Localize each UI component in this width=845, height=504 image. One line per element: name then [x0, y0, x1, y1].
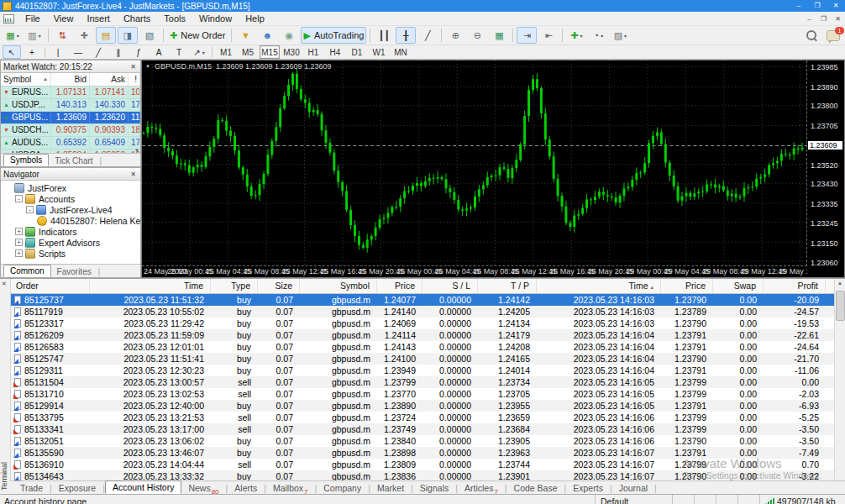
close-button[interactable]: ✕ [827, 0, 845, 12]
history-row[interactable]: 851262092023.05.23 11:59:09buy0.07gbpusd… [11, 329, 835, 341]
table-scrollbar[interactable]: ▲ ▼ [834, 279, 845, 494]
menu-tools[interactable]: Tools [157, 13, 192, 24]
navigator-item-scripts[interactable]: +Scripts [1, 248, 140, 259]
history-col-7[interactable]: T / P [478, 279, 537, 293]
market-watch-titlebar[interactable]: Market Watch: 20:15:22 ✕ [1, 60, 140, 73]
market-watch-row[interactable]: ▼EURUS...1.071311.0714110 [1, 87, 140, 99]
candlestick-button[interactable]: ╂ [396, 27, 416, 44]
navigator-tab-common[interactable]: Common [3, 265, 51, 277]
terminal-tab-exposure[interactable]: Exposure [52, 482, 102, 494]
expander-icon[interactable]: + [15, 239, 23, 246]
history-row[interactable]: 851293112023.05.23 12:30:23buy0.07gbpusd… [11, 365, 835, 376]
history-col-6[interactable]: S / L [422, 279, 478, 293]
market-watch-button[interactable]: ⇅ [52, 27, 72, 44]
chat-button[interactable]: ☻ [257, 27, 277, 44]
market-watch-row[interactable]: ▲AUDUS...0.653920.6540917 [1, 137, 140, 150]
history-row[interactable]: 851355902023.05.23 13:46:07buy0.07gbpusd… [11, 447, 835, 459]
close-icon[interactable]: ✕ [2, 281, 7, 287]
indicators-dialog-button[interactable]: ▼ [235, 27, 255, 44]
menu-insert[interactable]: Insert [80, 13, 117, 24]
horizontal-line-button[interactable]: — [69, 45, 87, 59]
terminal-tab-experts[interactable]: Experts [566, 482, 610, 494]
history-row[interactable]: 851233172023.05.23 11:29:42buy0.07gbpusd… [11, 318, 835, 329]
terminal-tab-code-base[interactable]: Code Base [507, 482, 564, 494]
line-chart-button[interactable]: ╱ [417, 27, 438, 44]
text-label-button[interactable]: T [170, 45, 188, 59]
terminal-button[interactable]: ◨ [118, 27, 138, 44]
history-row[interactable]: 851257472023.05.23 11:51:41buy0.07gbpusd… [11, 353, 835, 365]
tile-windows-button[interactable]: ▦ [489, 27, 509, 44]
navigator-item-indicators[interactable]: +Indicators [1, 226, 140, 237]
expander-icon[interactable]: + [15, 228, 23, 235]
profiles-button[interactable]: ▥▾ [24, 27, 45, 44]
history-row[interactable]: 851333412023.05.23 13:17:00sell0.07gbpus… [11, 423, 835, 435]
new-chart-button[interactable]: ▦▾ [3, 27, 23, 44]
chart-minimize-button[interactable]: – [802, 15, 816, 23]
template-button[interactable]: ▨▾ [610, 27, 630, 44]
market-watch-row[interactable]: ▲USDJP...140.313140.33017 [1, 99, 140, 112]
terminal-tab-news[interactable]: News80 [181, 482, 225, 494]
history-row[interactable]: 851265832023.05.23 12:01:01buy0.07gbpusd… [11, 341, 835, 353]
history-col-8[interactable]: Time▴ [537, 279, 661, 293]
history-row[interactable]: 851179192023.05.23 10:55:02buy0.07gbpusd… [11, 306, 835, 318]
minimize-button[interactable]: – [790, 0, 808, 12]
market-watch-row[interactable]: ▼USDCA...1.358341.3585319 [1, 150, 140, 153]
chart-close-button[interactable]: ✕ [831, 15, 845, 23]
bar-chart-button[interactable]: ┃┃ [374, 27, 394, 44]
navigator-button[interactable]: ▤ [96, 27, 116, 44]
terminal-tab-trade[interactable]: Trade [13, 482, 50, 494]
timeframe-w1[interactable]: W1 [369, 45, 389, 59]
terminal-tab-company[interactable]: Company [317, 482, 368, 494]
market-watch-col-3[interactable]: ! [129, 73, 140, 86]
cursor-button[interactable]: ↖ [3, 45, 21, 59]
history-col-5[interactable]: Price [377, 279, 422, 293]
chart-restore-button[interactable]: ❐ [816, 15, 831, 23]
menu-charts[interactable]: Charts [117, 13, 157, 24]
history-row[interactable]: 851257372023.05.23 11:51:32buy0.07gbpusd… [11, 294, 835, 306]
terminal-tab-mailbox[interactable]: Mailbox7 [266, 482, 315, 494]
menu-help[interactable]: Help [239, 13, 271, 24]
timeframe-m15[interactable]: M15 [260, 45, 280, 59]
timeframe-m1[interactable]: M1 [216, 45, 236, 59]
timeframe-m5[interactable]: M5 [238, 45, 258, 59]
timeframe-m30[interactable]: M30 [281, 45, 302, 59]
navigator-item-expert-advisors[interactable]: +Expert Advisors [1, 237, 140, 248]
market-watch-tab-symbols[interactable]: Symbols [3, 154, 49, 166]
history-row[interactable]: 851369102023.05.23 14:04:44sell0.07gbpus… [11, 459, 835, 470]
market-watch-row[interactable]: ▲GBPUS...1.236091.2362011 [1, 112, 140, 124]
zoom-in-button[interactable]: ⊕ [445, 27, 465, 44]
market-watch-tab-tick-chart[interactable]: Tick Chart [49, 155, 98, 166]
community-button[interactable]: ◉ [279, 27, 299, 44]
restore-button[interactable]: ❐ [808, 0, 827, 12]
history-col-11[interactable]: Profit [764, 279, 826, 293]
trendline-button[interactable]: ╱ [89, 45, 108, 59]
navigator-item-justforex-live4[interactable]: -JustForex-Live4 [1, 204, 140, 215]
timeframe-h1[interactable]: H1 [303, 45, 323, 59]
zoom-out-button[interactable]: ⊖ [467, 27, 487, 44]
history-col-1[interactable]: Time [90, 279, 211, 293]
history-row[interactable]: 851315042023.05.23 13:00:57sell0.07gbpus… [11, 376, 835, 388]
history-col-10[interactable]: Swap [713, 279, 764, 293]
timeframe-mn[interactable]: MN [391, 45, 411, 59]
market-watch-row[interactable]: ▼USDCH...0.903750.9039318 [1, 124, 140, 137]
navigator-item-accounts[interactable]: -Accounts [1, 193, 140, 204]
status-profile[interactable]: Default [595, 495, 672, 504]
text-button[interactable]: A [150, 45, 168, 59]
navigator-item-440152807-helena-kesum[interactable]: 440152807: Helena Kesum [1, 215, 140, 226]
terminal-tab-account-history[interactable]: Account History [105, 480, 182, 494]
history-col-4[interactable]: Symbol [300, 279, 377, 293]
history-col-0[interactable]: Order [11, 279, 90, 293]
add-indicator-button[interactable]: ✚▾ [566, 27, 586, 44]
menu-file[interactable]: File [18, 13, 47, 24]
market-watch-col-2[interactable]: Ask [90, 73, 129, 86]
candlestick-plot[interactable] [142, 60, 807, 266]
expander-icon[interactable]: - [15, 195, 23, 202]
navigator-titlebar[interactable]: Navigator ✕ [1, 168, 140, 181]
terminal-tab-signals[interactable]: Signals [413, 482, 455, 494]
history-row[interactable]: 851317102023.05.23 13:02:53sell0.07gbpus… [11, 388, 835, 400]
history-col-2[interactable]: Type [211, 279, 258, 293]
scrollbar-thumb[interactable] [836, 291, 845, 321]
market-watch-col-1[interactable]: Bid [51, 73, 90, 86]
chevron-down-icon[interactable]: ▼ [145, 64, 150, 69]
menu-view[interactable]: View [47, 13, 81, 24]
